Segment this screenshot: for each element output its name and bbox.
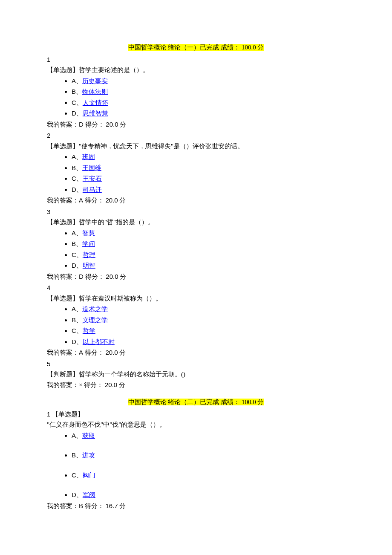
score-suffix: 分: [118, 273, 127, 280]
score-suffix: 分: [117, 382, 125, 388]
score-value: 16.7: [106, 502, 118, 509]
option-label: A、: [72, 229, 82, 237]
q1-text: 【单选题】哲学主要论述的是（）。: [47, 65, 345, 75]
list-item: A、历史事实: [72, 76, 345, 86]
option-label: A、: [72, 432, 82, 439]
section2-title-text: 中国哲学概论 绪论（二）已完成 成绩： 100.0 分: [128, 399, 265, 405]
score-prefix: 得分：: [84, 273, 106, 280]
option-label: B、: [72, 240, 82, 247]
q2-type: 【单选题】: [47, 143, 79, 150]
option-link[interactable]: 王国维: [82, 165, 101, 171]
list-item: C、哲学: [72, 326, 345, 336]
answer-value: A: [79, 349, 83, 356]
list-item: A、道术之学: [72, 304, 345, 314]
q5-answer: 我的答案：× 得分： 20.0 分: [47, 380, 345, 390]
answer-prefix: 我的答案：: [47, 382, 79, 388]
option-link[interactable]: 历史事实: [82, 78, 108, 84]
list-item: D、明智: [72, 261, 345, 271]
option-link[interactable]: 物体法则: [82, 88, 108, 95]
answer-prefix: 我的答案：: [47, 273, 79, 280]
q3-answer: 我的答案：D 得分： 20.0 分: [47, 272, 345, 282]
score-suffix: 分: [118, 349, 126, 356]
q4-type: 【单选题】: [47, 295, 79, 302]
s2q1-type: 【单选题】: [52, 411, 84, 418]
score-value: 20.0: [106, 121, 118, 128]
answer-prefix: 我的答案：: [47, 197, 79, 204]
q4-body: 哲学在秦汉时期被称为（）。: [79, 295, 162, 302]
q1-number: 1: [47, 55, 345, 65]
score-prefix: 得分：: [83, 349, 106, 356]
option-link[interactable]: 思维智慧: [83, 110, 108, 117]
answer-prefix: 我的答案：: [47, 121, 79, 128]
s2q1-answer: 我的答案：B 得分： 16.7 分: [47, 501, 345, 511]
option-label: A、: [72, 305, 82, 312]
q2-number: 2: [47, 131, 345, 141]
option-label: C、: [72, 327, 83, 334]
s2q1-text: "仁义在身而色不伐"中"伐"的意思是（）。: [47, 420, 345, 430]
answer-value: B: [79, 502, 83, 509]
list-item: B、进攻: [72, 451, 345, 460]
q3-options: A、智慧 B、学问 C、哲理 D、明智: [47, 228, 345, 271]
option-label: C、: [72, 471, 83, 479]
answer-prefix: 我的答案：: [47, 503, 79, 509]
option-link[interactable]: 智慧: [82, 230, 95, 237]
option-link[interactable]: 班固: [82, 153, 95, 160]
list-item: C、王安石: [72, 174, 345, 184]
list-item: D、军阀: [72, 490, 345, 500]
option-link[interactable]: 学问: [82, 240, 95, 247]
q3-body: 哲学中的"哲"指的是（）。: [79, 219, 154, 225]
option-link[interactable]: 王安石: [83, 175, 102, 182]
list-item: A、班固: [72, 152, 345, 162]
option-link[interactable]: 哲理: [83, 251, 95, 258]
score-value: 20.0: [106, 349, 118, 356]
list-item: D、思维智慧: [72, 109, 345, 119]
option-link[interactable]: 道术之学: [82, 306, 108, 312]
option-label: A、: [72, 77, 82, 84]
list-item: A、智慧: [72, 228, 345, 238]
option-label: D、: [72, 262, 83, 269]
q2-answer: 我的答案：A 得分： 20.0 分: [47, 196, 345, 205]
score-prefix: 得分：: [83, 503, 106, 509]
list-item: B、学问: [72, 239, 345, 249]
option-link[interactable]: 以上都不对: [83, 338, 115, 345]
option-label: B、: [72, 164, 82, 171]
option-link[interactable]: 进攻: [82, 452, 95, 459]
answer-value: D: [79, 121, 84, 128]
q5-body: 哲学称为一个学科的名称始于元朝。(): [79, 371, 185, 378]
option-link[interactable]: 司马迁: [83, 186, 102, 193]
list-item: B、物体法则: [72, 87, 345, 97]
q3-number: 3: [47, 207, 345, 217]
option-label: B、: [72, 88, 82, 95]
answer-value: A: [79, 197, 83, 204]
list-item: D、司马迁: [72, 185, 345, 195]
option-label: D、: [72, 338, 83, 345]
list-item: D、以上都不对: [72, 337, 345, 347]
option-link[interactable]: 人文情怀: [83, 99, 108, 106]
q5-text: 【判断题】哲学称为一个学科的名称始于元朝。(): [47, 370, 345, 379]
q1-options: A、历史事实 B、物体法则 C、人文情怀 D、思维智慧: [47, 76, 345, 119]
option-label: C、: [72, 251, 83, 258]
score-suffix: 分: [118, 121, 127, 128]
score-prefix: 得分：: [83, 197, 106, 204]
section1-title: 中国哲学概论 绪论（一）已完成 成绩： 100.0 分: [47, 43, 345, 52]
s2q1-header: 1 【单选题】: [47, 410, 345, 419]
list-item: C、人文情怀: [72, 98, 345, 108]
score-prefix: 得分：: [84, 121, 106, 128]
q4-options: A、道术之学 B、义理之学 C、哲学 D、以上都不对: [47, 304, 345, 347]
option-link[interactable]: 军阀: [83, 491, 95, 498]
list-item: C、阀门: [72, 471, 345, 480]
option-label: B、: [72, 451, 82, 459]
option-label: D、: [72, 110, 83, 117]
option-link[interactable]: 义理之学: [82, 317, 108, 324]
option-link[interactable]: 获取: [82, 432, 95, 439]
q4-number: 4: [47, 283, 345, 293]
q2-body: "使专精神，忧念天下，思维得失"是（）评价张世安的话。: [79, 143, 244, 150]
option-link[interactable]: 阀门: [83, 472, 95, 479]
answer-prefix: 我的答案：: [47, 349, 79, 356]
list-item: B、义理之学: [72, 315, 345, 325]
option-label: A、: [72, 153, 82, 160]
option-link[interactable]: 明智: [83, 262, 95, 269]
score-suffix: 分: [118, 197, 126, 204]
q1-type: 【单选题】: [47, 66, 79, 73]
option-link[interactable]: 哲学: [83, 327, 95, 334]
